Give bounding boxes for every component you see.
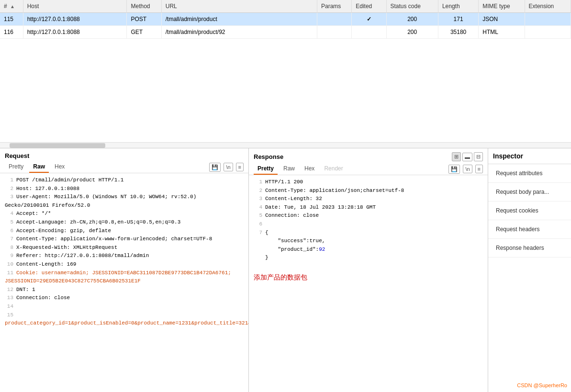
network-table: # ▲ Host Method URL Params Edited Status…	[0, 0, 571, 39]
view-grid-icon[interactable]: ⊟	[474, 152, 483, 161]
col-length[interactable]: Length	[438, 0, 478, 13]
resp-line-5: 5Connection: close	[254, 212, 483, 220]
request-panel: Request Pretty Raw Hex 💾 \n ≡ 1POST /tma…	[0, 148, 249, 392]
tab-hex-request[interactable]: Hex	[51, 161, 68, 173]
request-tab-icons: 💾 \n ≡	[209, 163, 244, 172]
response-tabs: Pretty Raw Hex Render	[254, 163, 347, 175]
request-tabs: Pretty Raw Hex	[5, 161, 68, 173]
inspector-item-request-attributes[interactable]: Request attributes	[488, 164, 571, 183]
tab-raw-response[interactable]: Raw	[280, 163, 299, 175]
horizontal-scrollbar[interactable]	[0, 142, 571, 148]
tab-pretty-response[interactable]: Pretty	[254, 163, 278, 175]
cell-status: 200	[386, 26, 438, 39]
req-line-6: 6Accept-Encoding: gzip, deflate	[5, 227, 244, 235]
cell-url: /tmall/admin/product	[161, 13, 317, 26]
req-line-13: 13Connection: close	[5, 294, 244, 302]
view-list-icon[interactable]: ▬	[462, 153, 472, 161]
col-mime[interactable]: MIME type	[479, 0, 525, 13]
req-line-2: 2Host: 127.0.0.1:8088	[5, 185, 244, 193]
req-line-9: 9Referer: http://127.0.0.1:8088/tmall/ad…	[5, 252, 244, 260]
inspector-title: Inspector	[488, 148, 571, 164]
sort-arrow: ▲	[10, 4, 15, 9]
col-url[interactable]: URL	[161, 0, 317, 13]
cell-params	[317, 26, 351, 39]
col-num[interactable]: # ▲	[0, 0, 23, 13]
save-icon-request[interactable]: 💾	[209, 163, 221, 172]
tab-hex-response[interactable]: Hex	[301, 163, 318, 175]
cell-mime: HTML	[479, 26, 525, 39]
watermark: CSDN @SuperherRo	[517, 382, 567, 388]
col-host[interactable]: Host	[23, 0, 127, 13]
scroll-thumb[interactable]	[10, 143, 105, 148]
req-line-10: 10Content-Length: 169	[5, 260, 244, 269]
resp-line-8: "success":true,	[254, 237, 483, 246]
cell-num: 115	[0, 13, 23, 26]
newline-icon-response[interactable]: \n	[463, 165, 472, 173]
cell-ext	[525, 26, 571, 39]
cell-mime: JSON	[479, 13, 525, 26]
req-line-8: 8X-Requested-With: XMLHttpRequest	[5, 244, 244, 252]
req-line-14: 14	[5, 302, 244, 311]
menu-icon-request[interactable]: ≡	[236, 163, 244, 171]
response-annotation: 添加产品的数据包	[254, 272, 483, 282]
inspector-panel: Inspector Request attributes Request bod…	[488, 148, 571, 392]
response-tabs-row: Pretty Raw Hex Render 💾 \n ≡	[249, 161, 488, 175]
col-status[interactable]: Status code	[386, 0, 438, 13]
req-line-3: 3User-Agent: Mozilla/5.0 (Windows NT 10.…	[5, 193, 244, 210]
req-line-5: 5Accept-Language: zh-CN,zh;q=0.8,en-US;q…	[5, 218, 244, 227]
cell-params	[317, 13, 351, 26]
request-content: 1POST /tmall/admin/product HTTP/1.1 2Hos…	[0, 173, 248, 392]
resp-line-2: 2Content-Type: application/json;charset=…	[254, 187, 483, 195]
inspector-item-response-headers[interactable]: Response headers	[488, 239, 571, 258]
inspector-item-request-headers[interactable]: Request headers	[488, 220, 571, 239]
request-tabs-row: Pretty Raw Hex 💾 \n ≡	[0, 159, 248, 173]
view-split-icon[interactable]: ⊞	[452, 152, 461, 161]
cell-ext	[525, 13, 571, 26]
col-ext[interactable]: Extension	[525, 0, 571, 13]
response-panel: Response ⊞ ▬ ⊟ Pretty Raw Hex Render 💾 \…	[249, 148, 488, 392]
resp-line-6: 6	[254, 220, 483, 229]
response-tab-icons: 💾 \n ≡	[448, 165, 483, 174]
col-edited[interactable]: Edited	[352, 0, 386, 13]
req-line-4: 4Accept: */*	[5, 210, 244, 218]
response-content: 1HTTP/1.1 200 2Content-Type: application…	[249, 175, 488, 392]
req-line-12: 12DNT: 1	[5, 286, 244, 294]
inspector-item-request-cookies[interactable]: Request cookies	[488, 202, 571, 220]
tab-pretty-request[interactable]: Pretty	[5, 161, 27, 173]
tab-render-response[interactable]: Render	[320, 163, 347, 175]
cell-edited	[352, 26, 386, 39]
cell-num: 116	[0, 26, 23, 39]
resp-line-1: 1HTTP/1.1 200	[254, 178, 483, 187]
newline-icon-request[interactable]: \n	[224, 163, 233, 171]
cell-length: 171	[438, 13, 478, 26]
menu-icon-response[interactable]: ≡	[475, 165, 483, 173]
cell-method: GET	[127, 26, 161, 39]
col-method[interactable]: Method	[127, 0, 161, 13]
req-line-15: 15product_category_id=1&product_isEnable…	[5, 311, 244, 328]
resp-line-10: }	[254, 254, 483, 262]
cell-length: 35180	[438, 26, 478, 39]
cell-url: /tmall/admin/product/92	[161, 26, 317, 39]
save-icon-response[interactable]: 💾	[448, 165, 460, 174]
bottom-section: Request Pretty Raw Hex 💾 \n ≡ 1POST /tma…	[0, 148, 571, 392]
cell-method: POST	[127, 13, 161, 26]
req-line-11: 11Cookie: username=admin; JSESSIONID=EAB…	[5, 269, 244, 286]
req-line-1: 1POST /tmall/admin/product HTTP/1.1	[5, 176, 244, 185]
tab-raw-request[interactable]: Raw	[29, 161, 49, 173]
inspector-item-request-body[interactable]: Request body para...	[488, 183, 571, 202]
resp-line-4: 4Date: Tue, 18 Jul 2023 13:28:18 GMT	[254, 203, 483, 212]
cell-host: http://127.0.0.1:8088	[23, 26, 127, 39]
resp-line-7: 7{	[254, 229, 483, 237]
table-row[interactable]: 116 http://127.0.0.1:8088 GET /tmall/adm…	[0, 26, 571, 39]
request-title: Request	[0, 148, 248, 159]
response-title: Response	[254, 153, 283, 160]
cell-host: http://127.0.0.1:8088	[23, 13, 127, 26]
network-table-section: # ▲ Host Method URL Params Edited Status…	[0, 0, 571, 148]
cell-status: 200	[386, 13, 438, 26]
req-line-7: 7Content-Type: application/x-www-form-ur…	[5, 235, 244, 244]
col-params[interactable]: Params	[317, 0, 351, 13]
resp-line-3: 3Content-Length: 32	[254, 195, 483, 203]
cell-edited: ✓	[352, 13, 386, 26]
resp-line-9: "product_id":92	[254, 246, 483, 254]
table-row[interactable]: 115 http://127.0.0.1:8088 POST /tmall/ad…	[0, 13, 571, 26]
